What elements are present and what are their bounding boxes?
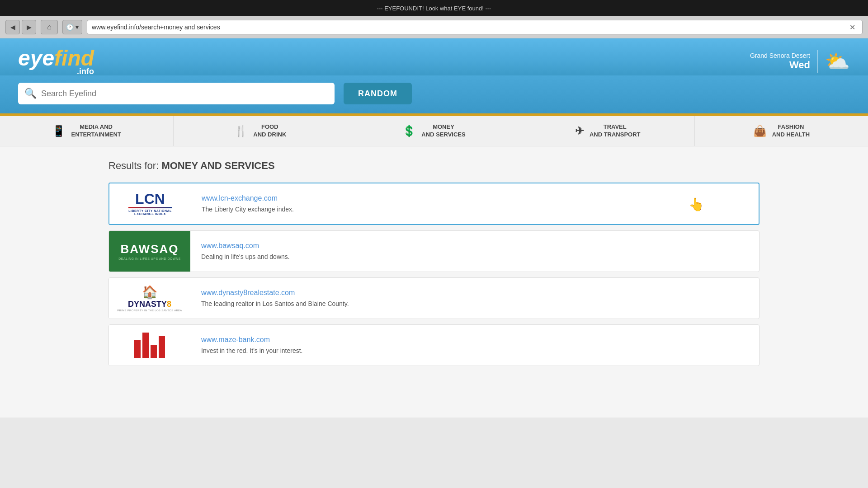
lcn-logo: LCN LIBERTY CITY NATIONALEXCHANGE INDEX xyxy=(109,183,191,224)
random-button[interactable]: RANDOM xyxy=(344,83,412,104)
location-name: Grand Senora Desert xyxy=(750,52,810,59)
nav-cat-fashion-label: FASHIONAND HEALTH xyxy=(772,123,810,139)
forward-button[interactable]: ▶ xyxy=(22,20,36,34)
lcn-description: The Liberty City exchange index. xyxy=(202,206,294,213)
site-logo[interactable]: eyefind .info xyxy=(18,47,94,75)
bawsaq-url[interactable]: www.bawsaq.com xyxy=(201,242,748,250)
search-row: 🔍 RANDOM xyxy=(0,75,868,113)
bawsaq-logo: BAWSAQ DEALING IN LIFES UPS AND DOWNS xyxy=(109,231,190,272)
maze-bar-3 xyxy=(151,345,157,358)
address-close-button[interactable]: ✕ xyxy=(847,22,858,33)
address-bar-input[interactable] xyxy=(92,23,847,31)
results-header: Results for: MONEY AND SERVICES xyxy=(108,160,760,172)
lcn-letters: LCN xyxy=(128,192,172,206)
maze-description: Invest in the red. It's in your interest… xyxy=(201,347,302,354)
media-icon: 📱 xyxy=(52,124,66,138)
weather-location: Grand Senora Desert Wed xyxy=(750,52,810,71)
history-button[interactable]: 🕐 ▾ xyxy=(62,20,82,34)
weather-divider xyxy=(817,50,818,73)
dynasty-sub: PRIME PROPERTY IN THE LOS SANTOS AREA xyxy=(117,309,182,312)
address-bar-container: ✕ xyxy=(87,20,863,34)
result-card-bawsaq[interactable]: BAWSAQ DEALING IN LIFES UPS AND DOWNS ww… xyxy=(108,230,760,272)
dynasty-house-icon: 🏠 xyxy=(117,285,182,300)
logo-area: eyefind .info xyxy=(18,47,94,75)
nav-button-group: ◀ ▶ xyxy=(5,20,36,34)
dynasty-description: The leading realtor in Los Santos and Bl… xyxy=(201,300,349,307)
lcn-logo-inner: LCN LIBERTY CITY NATIONALEXCHANGE INDEX xyxy=(109,183,191,224)
browser-toolbar: ◀ ▶ ⌂ 🕐 ▾ ✕ xyxy=(0,16,868,38)
lcn-result-info: www.lcn-exchange.com The Liberty City ex… xyxy=(191,187,759,221)
results-prefix: Results for: xyxy=(108,160,161,171)
fashion-icon: 👜 xyxy=(753,124,767,138)
top-announcement-bar: --- EYEFOUNDIT! Look what EYE found! --- xyxy=(0,0,868,16)
nav-cat-media-label: MEDIA ANDENTERTAINMENT xyxy=(71,123,121,139)
nav-cat-media[interactable]: 📱 MEDIA ANDENTERTAINMENT xyxy=(0,116,174,146)
nav-cat-food[interactable]: 🍴 FOODAND DRINK xyxy=(174,116,347,146)
site-header: eyefind .info Grand Senora Desert Wed ⛅ xyxy=(0,38,868,75)
back-button[interactable]: ◀ xyxy=(5,20,20,34)
bawsaq-description: Dealing in life's ups and downs. xyxy=(201,253,290,260)
bawsaq-text: BAWSAQ xyxy=(121,242,179,256)
logo-eye-text: eye xyxy=(18,46,54,70)
weather-icon: ⛅ xyxy=(825,50,850,73)
bawsaq-sub: DEALING IN LIFES UPS AND DOWNS xyxy=(118,257,181,260)
search-input[interactable] xyxy=(41,89,328,99)
announcement-text: --- EYEFOUNDIT! Look what EYE found! --- xyxy=(377,5,491,12)
dynasty-result-info: www.dynasty8realestate.com The leading r… xyxy=(190,282,759,315)
search-icon: 🔍 xyxy=(24,88,37,99)
nav-categories: 📱 MEDIA ANDENTERTAINMENT 🍴 FOODAND DRINK… xyxy=(0,116,868,146)
dynasty-url[interactable]: www.dynasty8realestate.com xyxy=(201,289,748,297)
weather-widget: Grand Senora Desert Wed ⛅ xyxy=(750,50,850,73)
result-card-mazebank[interactable]: www.maze-bank.com Invest in the red. It'… xyxy=(108,324,760,366)
nav-cat-money[interactable]: 💲 MONEYAND SERVICES xyxy=(347,116,521,146)
nav-cat-money-label: MONEYAND SERVICES xyxy=(421,123,465,139)
search-box: 🔍 xyxy=(18,83,335,104)
nav-cat-fashion[interactable]: 👜 FASHIONAND HEALTH xyxy=(695,116,868,146)
weather-day: Wed xyxy=(750,59,810,71)
dynasty-text: DYNASTY8 xyxy=(117,300,182,309)
lcn-url[interactable]: www.lcn-exchange.com xyxy=(202,194,748,202)
travel-icon: ✈ xyxy=(575,124,584,138)
nav-cat-travel-label: TRAVELAND TRANSPORT xyxy=(590,123,641,139)
result-card-dynasty8[interactable]: 🏠 DYNASTY8 PRIME PROPERTY IN THE LOS SAN… xyxy=(108,277,760,319)
result-card-lcn[interactable]: LCN LIBERTY CITY NATIONALEXCHANGE INDEX … xyxy=(108,183,760,225)
nav-cat-food-label: FOODAND DRINK xyxy=(253,123,286,139)
bawsaq-result-info: www.bawsaq.com Dealing in life's ups and… xyxy=(190,235,759,268)
dynasty-logo: 🏠 DYNASTY8 PRIME PROPERTY IN THE LOS SAN… xyxy=(109,278,190,319)
maze-logo xyxy=(109,325,190,366)
food-icon: 🍴 xyxy=(234,124,248,138)
maze-bars xyxy=(134,333,165,358)
home-button[interactable]: ⌂ xyxy=(41,20,58,34)
maze-bar-4 xyxy=(159,336,165,358)
results-query: MONEY AND SERVICES xyxy=(161,160,274,171)
maze-bar-2 xyxy=(142,333,149,358)
money-icon: 💲 xyxy=(402,124,416,138)
maze-result-info: www.maze-bank.com Invest in the red. It'… xyxy=(190,328,759,362)
maze-bar-1 xyxy=(134,340,141,358)
nav-cat-travel[interactable]: ✈ TRAVELAND TRANSPORT xyxy=(521,116,695,146)
maze-url[interactable]: www.maze-bank.com xyxy=(201,336,748,344)
lcn-subtitle: LIBERTY CITY NATIONALEXCHANGE INDEX xyxy=(128,209,172,216)
main-content: Results for: MONEY AND SERVICES LCN LIBE… xyxy=(0,146,868,418)
